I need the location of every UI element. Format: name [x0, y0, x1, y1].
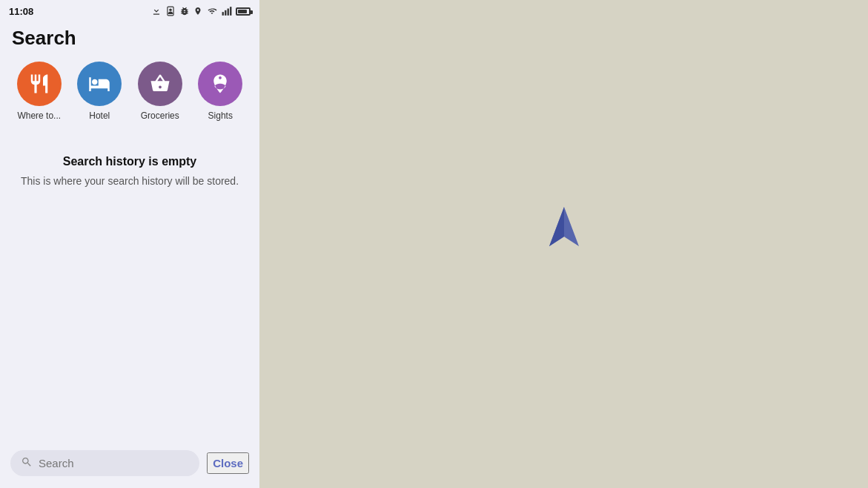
sights-pin-icon: [209, 73, 231, 95]
sights-label: Sights: [208, 111, 233, 121]
basket-icon: [149, 73, 171, 95]
category-whereto[interactable]: Where to...: [17, 62, 62, 121]
history-empty-title: Search history is empty: [63, 155, 197, 168]
grocery-icon-circle: [138, 62, 182, 106]
category-grocery[interactable]: Groceries: [138, 62, 182, 121]
wifi-icon: [206, 7, 218, 16]
bottom-bar: Close: [0, 443, 259, 488]
svg-rect-2: [222, 12, 224, 16]
map-area[interactable]: [259, 0, 868, 488]
status-icons: [151, 6, 251, 16]
hotel-icon-circle: [77, 62, 122, 106]
history-section: Search history is empty This is where yo…: [0, 133, 259, 443]
svg-rect-5: [230, 7, 231, 16]
sights-icon-circle: [198, 62, 242, 106]
navigation-arrow: [546, 205, 583, 253]
hotel-label: Hotel: [89, 111, 110, 121]
search-input[interactable]: [39, 457, 189, 469]
signal-icon: [222, 6, 232, 16]
category-row: Where to... Hotel Groceries Sights: [0, 59, 259, 133]
whereto-icon-circle: [17, 62, 62, 106]
history-empty-subtitle: This is where your search history will b…: [21, 174, 239, 189]
svg-rect-3: [225, 10, 226, 16]
svg-rect-4: [228, 9, 229, 16]
utensils-icon: [28, 73, 50, 95]
status-time: 11:08: [9, 6, 33, 17]
svg-point-1: [169, 9, 172, 12]
category-hotel[interactable]: Hotel: [77, 62, 122, 121]
svg-marker-7: [549, 207, 564, 246]
bug-icon: [179, 6, 190, 16]
search-input-wrapper[interactable]: [10, 450, 199, 476]
close-button[interactable]: Close: [207, 452, 249, 474]
left-panel: 11:08 Search Where t: [0, 0, 259, 488]
status-bar: 11:08: [0, 0, 259, 21]
category-sights[interactable]: Sights: [198, 62, 242, 121]
bed-icon: [88, 73, 110, 95]
search-icon: [21, 456, 33, 470]
location-icon: [193, 6, 202, 16]
page-title: Search: [0, 21, 259, 59]
grocery-label: Groceries: [141, 111, 179, 121]
battery-icon: [236, 7, 251, 16]
portrait-icon: [165, 6, 176, 16]
download-icon: [151, 6, 162, 16]
whereto-label: Where to...: [17, 111, 61, 121]
